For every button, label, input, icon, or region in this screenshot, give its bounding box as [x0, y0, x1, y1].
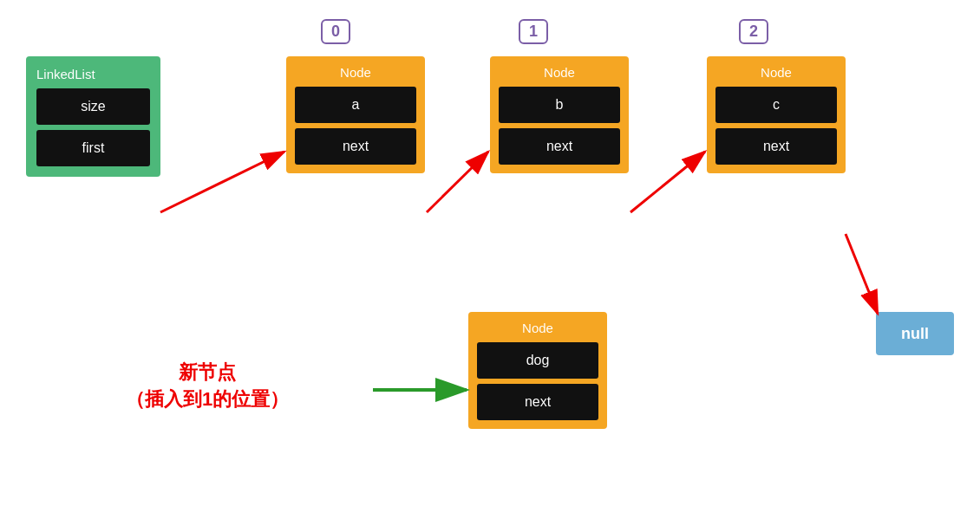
node-2-title: Node: [715, 65, 837, 80]
arrow-first-to-node0: [160, 152, 284, 212]
new-node-field-next: next: [477, 384, 598, 420]
node-1-title: Node: [499, 65, 620, 80]
node-2: Node c next: [707, 56, 846, 173]
null-box: null: [876, 312, 954, 355]
node-2-field-c: c: [715, 87, 837, 123]
index-label-2: 2: [739, 19, 768, 44]
node-1: Node b next: [490, 56, 629, 173]
node-1-field-b: b: [499, 87, 620, 123]
arrow-node0-to-node1: [427, 152, 488, 212]
index-label-0: 0: [321, 19, 350, 44]
node-0-field-next: next: [295, 128, 416, 165]
node-0: Node a next: [286, 56, 425, 173]
linked-list-box: LinkedList size first: [26, 56, 160, 177]
field-size: size: [36, 88, 150, 125]
node-2-field-next: next: [715, 128, 837, 165]
arrow-node2-to-null: [846, 234, 878, 314]
null-label: null: [901, 325, 929, 343]
node-0-field-a: a: [295, 87, 416, 123]
new-node: Node dog next: [468, 312, 607, 429]
arrow-node1-to-node2: [630, 152, 705, 212]
new-node-field-dog: dog: [477, 342, 598, 379]
new-node-label: 新节点（插入到1的位置）: [126, 360, 289, 413]
field-first: first: [36, 130, 150, 166]
linked-list-title: LinkedList: [36, 67, 150, 81]
new-node-title: Node: [477, 321, 598, 335]
index-label-1: 1: [519, 19, 548, 44]
node-0-title: Node: [295, 65, 416, 80]
node-1-field-next: next: [499, 128, 620, 165]
